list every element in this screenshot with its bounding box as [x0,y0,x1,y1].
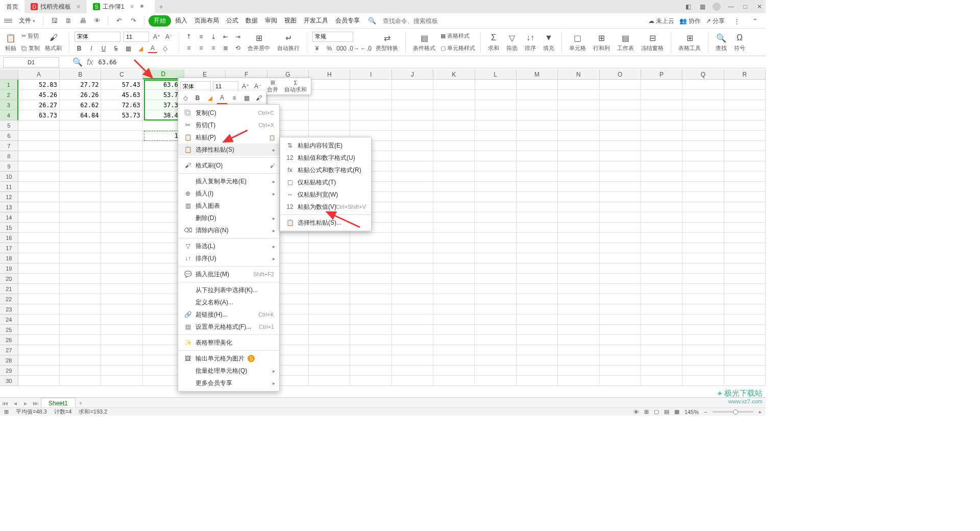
cell[interactable] [558,274,599,284]
cell[interactable] [309,325,350,335]
cell[interactable] [433,172,475,182]
cell[interactable] [724,253,766,263]
cell[interactable] [350,376,391,386]
cell[interactable] [558,202,599,212]
cell[interactable] [392,274,433,284]
cell[interactable] [641,202,682,212]
share-button[interactable]: ↗分享 [706,17,725,26]
cell[interactable] [600,284,641,294]
cell[interactable] [641,325,682,335]
cell[interactable] [392,90,433,100]
indent-inc-icon[interactable]: ⇥ [233,32,242,41]
cell[interactable] [517,345,558,355]
strike-icon[interactable]: S̶ [111,44,120,53]
cell[interactable]: 45.26 [18,90,60,100]
row-header[interactable]: 15 [0,223,18,233]
ctx-insert[interactable]: ⊕插入(I)▸ [178,187,279,200]
cell[interactable] [558,294,599,304]
cell[interactable] [18,315,60,325]
cell[interactable] [600,355,641,366]
cell[interactable] [60,141,101,151]
clear-icon[interactable]: ◇ [180,92,190,104]
cell[interactable] [433,325,475,335]
cell[interactable] [475,315,516,325]
cell[interactable]: 57.43 [101,80,142,90]
cell[interactable] [475,192,516,202]
cell[interactable] [433,100,475,110]
cell[interactable] [641,161,682,172]
cell[interactable] [724,192,766,202]
row-header[interactable]: 11 [0,182,18,192]
cell[interactable] [600,253,641,263]
row-header[interactable]: 19 [0,263,18,274]
cell[interactable] [475,151,516,161]
row-header[interactable]: 12 [0,192,18,202]
cell[interactable] [558,223,599,233]
cell[interactable] [600,223,641,233]
cell[interactable] [517,90,558,100]
fx-icon[interactable]: fx [87,58,93,67]
cell[interactable] [517,202,558,212]
bold-icon[interactable]: B [75,44,84,53]
cell[interactable] [309,263,350,274]
select-all-corner[interactable] [0,69,18,79]
cell[interactable] [392,253,433,263]
quick-paste-icon[interactable]: 📋 [269,135,275,140]
cell[interactable] [101,192,142,202]
align-left-icon[interactable]: ≡ [184,43,193,53]
ctx-defname[interactable]: 定义名称(A)... [178,296,279,308]
cell[interactable] [101,304,142,315]
row-header[interactable]: 21 [0,284,18,294]
cell[interactable] [101,294,142,304]
col-N[interactable]: N [558,69,599,79]
cell[interactable] [433,284,475,294]
filter-button[interactable]: ▽筛选 [504,30,520,55]
cell[interactable] [101,335,142,345]
cell[interactable] [724,212,766,223]
redo-icon[interactable]: ↷ [129,17,137,25]
cell[interactable] [60,294,101,304]
cell[interactable] [475,100,517,110]
cell[interactable] [682,223,724,233]
minimize-icon[interactable]: — [727,3,735,10]
cell[interactable] [433,315,475,325]
col-A[interactable]: A [18,69,60,79]
close-icon[interactable]: ✕ [130,4,134,10]
cell[interactable] [350,120,391,131]
cell[interactable] [724,131,766,141]
cell[interactable] [18,172,60,182]
indent-dec-icon[interactable]: ⇤ [221,32,230,41]
italic-icon[interactable]: I [87,44,96,53]
cell[interactable] [517,263,558,274]
align-icon[interactable]: ≡ [229,92,239,104]
row-header[interactable]: 9 [0,161,18,172]
cell[interactable] [558,233,599,243]
cell[interactable] [682,120,724,131]
font-grow-icon[interactable]: A⁺ [152,32,161,41]
zoom-slider[interactable] [713,411,753,413]
cell[interactable] [392,243,433,253]
col-P[interactable]: P [641,69,682,79]
zoom-in-icon[interactable]: + [758,409,762,415]
cell[interactable] [350,304,391,315]
cell[interactable] [101,120,142,131]
zoom-out-icon[interactable]: − [704,409,707,415]
cell[interactable] [18,131,60,141]
cell[interactable] [101,131,142,141]
cell[interactable] [682,325,724,335]
ctx-brush[interactable]: 🖌格式刷(O)🖌 [178,159,279,172]
menu-layout[interactable]: 页面布局 [191,15,222,27]
cell[interactable] [309,294,350,304]
ctx-sort[interactable]: ↓↑排序(U)▸ [178,252,279,264]
cell[interactable] [392,80,433,90]
cell[interactable] [433,233,475,243]
cell[interactable] [475,345,516,355]
cell[interactable] [475,202,516,212]
cell[interactable] [475,376,516,386]
cell[interactable] [558,253,599,263]
cell[interactable] [517,192,558,202]
cell[interactable] [641,131,682,141]
fill-color-icon[interactable]: ◢ [205,92,215,104]
sheet-last-icon[interactable]: ⏭ [31,400,41,407]
col-I[interactable]: I [350,69,391,79]
